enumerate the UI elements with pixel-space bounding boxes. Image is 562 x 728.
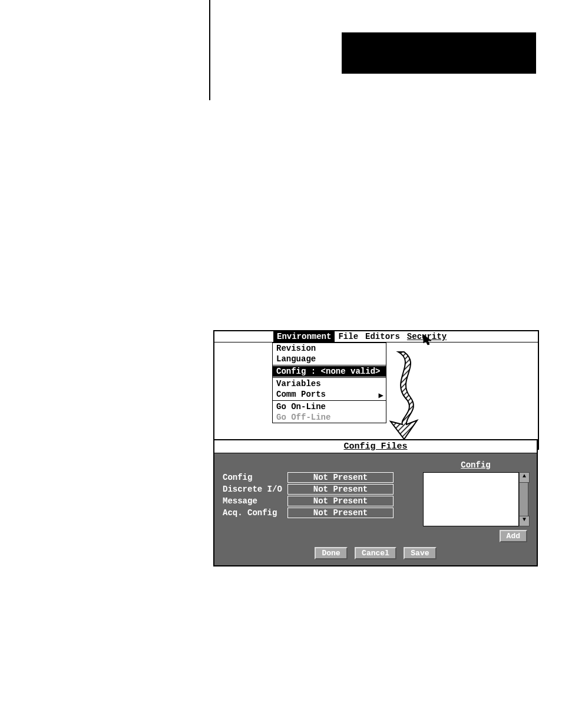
dropdown-go-offline: Go Off-Line bbox=[273, 412, 386, 423]
dialog-title: Config Files bbox=[214, 440, 537, 453]
vertical-divider bbox=[209, 0, 210, 100]
dropdown-comm-ports[interactable]: Comm Ports ▶ bbox=[273, 389, 386, 400]
status-column: Config Not Present Discrete I/O Not Pres… bbox=[223, 460, 417, 519]
discrete-io-status: Not Present bbox=[287, 484, 394, 495]
dropdown-config[interactable]: Config : <none valid> bbox=[273, 366, 386, 377]
menubar: Environment File Editors Security bbox=[214, 331, 538, 342]
menu-security[interactable]: Security bbox=[404, 331, 450, 342]
environment-dropdown: Revision Language Config : <none valid> … bbox=[272, 342, 386, 423]
dropdown-comm-ports-label: Comm Ports bbox=[276, 390, 326, 399]
scroll-track[interactable] bbox=[519, 483, 528, 516]
config-status: Not Present bbox=[287, 472, 394, 483]
config-list-header: Config bbox=[423, 460, 528, 470]
message-label: Message bbox=[223, 496, 287, 506]
config-label: Config bbox=[223, 473, 287, 482]
black-box bbox=[342, 32, 536, 74]
scrollbar: ▲ ▼ bbox=[519, 472, 528, 526]
discrete-io-label: Discrete I/O bbox=[223, 485, 287, 494]
dialog-body: Config Not Present Discrete I/O Not Pres… bbox=[214, 453, 537, 565]
config-listbox[interactable] bbox=[423, 472, 519, 526]
menu-file[interactable]: File bbox=[335, 331, 362, 342]
menu-environment[interactable]: Environment bbox=[273, 331, 335, 342]
app-window: Environment File Editors Security Revisi… bbox=[213, 330, 539, 450]
done-button[interactable]: Done bbox=[315, 547, 347, 559]
dropdown-revision[interactable]: Revision bbox=[273, 343, 386, 354]
scroll-down-icon[interactable]: ▼ bbox=[519, 516, 530, 526]
dropdown-language[interactable]: Language bbox=[273, 354, 386, 364]
dropdown-separator bbox=[273, 365, 386, 365]
submenu-arrow-icon: ▶ bbox=[379, 390, 384, 401]
scroll-up-icon[interactable]: ▲ bbox=[519, 472, 530, 483]
menu-editors[interactable]: Editors bbox=[362, 331, 404, 342]
acq-config-label: Acq. Config bbox=[223, 508, 287, 518]
config-files-dialog: Config Files Config Not Present Discrete… bbox=[213, 439, 538, 566]
message-status: Not Present bbox=[287, 496, 394, 506]
dropdown-variables[interactable]: Variables bbox=[273, 378, 386, 389]
dropdown-separator bbox=[273, 400, 386, 401]
save-button[interactable]: Save bbox=[404, 547, 436, 559]
acq-config-status: Not Present bbox=[287, 508, 394, 518]
dropdown-separator bbox=[273, 377, 386, 378]
dropdown-go-online[interactable]: Go On-Line bbox=[273, 401, 386, 412]
cancel-button[interactable]: Cancel bbox=[355, 547, 396, 559]
add-button[interactable]: Add bbox=[500, 530, 527, 542]
